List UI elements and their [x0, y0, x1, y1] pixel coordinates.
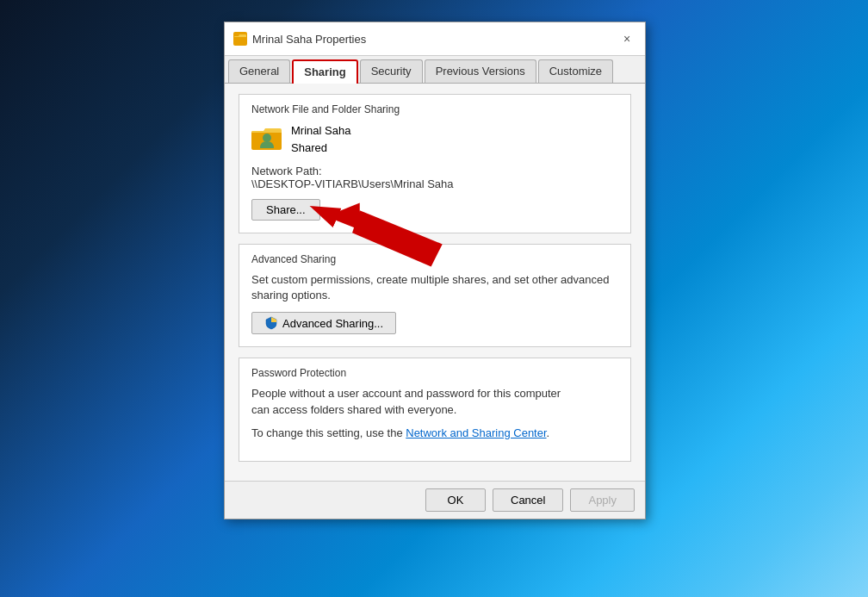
pwd-desc-end: .	[547, 426, 550, 439]
network-sharing-title: Network File and Folder Sharing	[251, 103, 618, 115]
tab-previous-versions[interactable]: Previous Versions	[425, 59, 536, 83]
folder-user-icon	[251, 124, 282, 155]
tab-general[interactable]: General	[228, 59, 290, 83]
password-protection-section: Password Protection People without a use…	[239, 358, 631, 462]
tab-content: Network File and Folder Sharing Mrinal S…	[225, 84, 645, 481]
title-bar: Mrinal Saha Properties ×	[225, 22, 645, 56]
folder-status: Shared	[291, 140, 350, 157]
properties-window: Mrinal Saha Properties × General Sharing…	[224, 22, 646, 519]
password-description: People without a user account and passwo…	[251, 386, 618, 419]
share-button[interactable]: Share...	[251, 199, 320, 221]
pwd-desc-line2: can access folders shared with everyone.	[251, 403, 456, 416]
svg-rect-0	[234, 36, 245, 44]
advanced-sharing-description: Set custom permissions, create multiple …	[251, 272, 618, 303]
network-sharing-center-link[interactable]: Network and Sharing Center	[406, 426, 546, 439]
pwd-desc-line1: People without a user account and passwo…	[251, 387, 561, 400]
network-sharing-section: Network File and Folder Sharing Mrinal S…	[239, 94, 631, 233]
network-path-label: Network Path:	[251, 165, 618, 177]
tab-sharing[interactable]: Sharing	[292, 59, 357, 84]
password-description-2: To change this setting, use the Network …	[251, 426, 618, 442]
network-path-container: Network Path: \\DESKTOP-VITIARB\Users\Mr…	[251, 165, 618, 190]
advanced-sharing-button[interactable]: Advanced Sharing...	[251, 312, 396, 334]
advanced-sharing-section: Advanced Sharing Set custom permissions,…	[239, 244, 631, 347]
window-icon	[233, 32, 247, 46]
folder-name: Mrinal Saha	[291, 122, 350, 140]
advanced-sharing-button-label: Advanced Sharing...	[282, 317, 383, 330]
tab-customize[interactable]: Customize	[538, 59, 613, 83]
dialog-footer: OK Cancel Apply	[225, 481, 645, 519]
advanced-sharing-title: Advanced Sharing	[251, 253, 618, 265]
close-button[interactable]: ×	[617, 29, 636, 48]
tabs-bar: General Sharing Security Previous Versio…	[225, 56, 645, 84]
tab-security[interactable]: Security	[360, 59, 423, 83]
password-protection-title: Password Protection	[251, 367, 618, 379]
cancel-button[interactable]: Cancel	[493, 488, 563, 512]
title-bar-left: Mrinal Saha Properties	[233, 32, 366, 46]
window-title: Mrinal Saha Properties	[252, 33, 366, 46]
ok-button[interactable]: OK	[425, 488, 486, 512]
pwd-desc-line3: To change this setting, use the	[251, 426, 403, 439]
share-info: Mrinal Saha Shared	[251, 122, 618, 156]
network-path-value: \\DESKTOP-VITIARB\Users\Mrinal Saha	[251, 177, 618, 190]
shield-icon	[264, 316, 278, 330]
svg-point-2	[263, 134, 271, 142]
share-name-status: Mrinal Saha Shared	[291, 122, 350, 156]
apply-button[interactable]: Apply	[570, 488, 635, 512]
